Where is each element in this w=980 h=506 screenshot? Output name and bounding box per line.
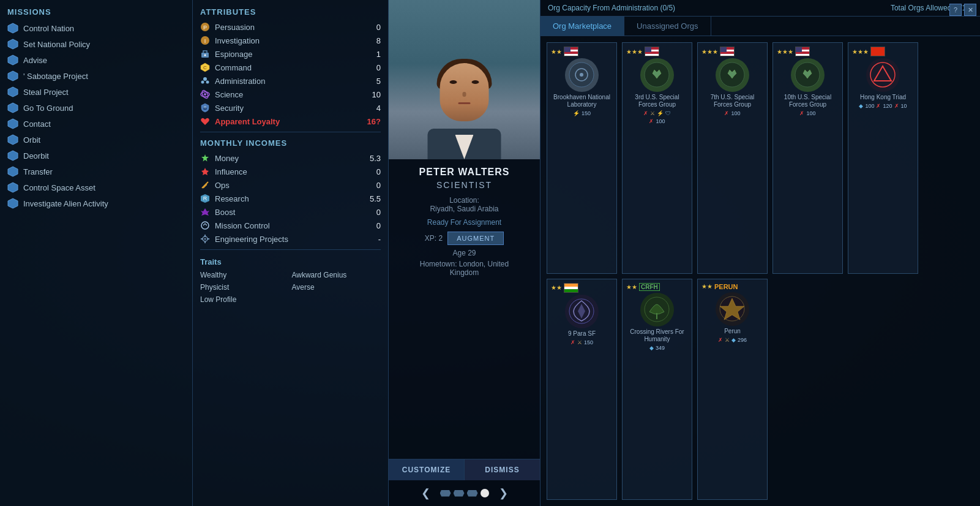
char-nav: ❮ ❯ xyxy=(389,480,540,506)
svg-point-22 xyxy=(201,81,204,84)
nav-dot-3 xyxy=(467,490,478,497)
svg-text:C: C xyxy=(203,65,207,70)
org-card-3rd-sf[interactable]: ★★★ 3rd U.S. Special Forces Group ✗⚔⚡🛡 ✗… xyxy=(622,42,692,274)
tab-unassigned-orgs[interactable]: Unassigned Orgs xyxy=(624,17,711,36)
mission-item[interactable]: Steal Project xyxy=(0,84,192,100)
loyalty-label: Apparent Loyalty xyxy=(215,117,357,126)
org-card-crfh[interactable]: ★★ CRFH Crossing Rivers For Humanity ◆34… xyxy=(622,279,692,500)
perun-label: PERUN xyxy=(714,283,738,290)
svg-marker-4 xyxy=(8,87,18,97)
mission-icon-deorbit xyxy=(7,150,18,161)
trait-low-profile: Low Profile xyxy=(200,295,290,304)
administration-icon xyxy=(200,76,210,86)
crfh-header: ★★ CRFH xyxy=(626,283,688,291)
ops-value: 0 xyxy=(362,181,381,190)
char-hometown: Hometown: London, United Kingdom xyxy=(396,260,533,277)
svg-point-26 xyxy=(204,93,206,96)
mission-item[interactable]: Investigate Alien Activity xyxy=(0,195,192,211)
mission-control-icon xyxy=(200,221,210,230)
para-stars: ★★ xyxy=(551,284,562,291)
close-button[interactable]: ✕ xyxy=(964,4,976,16)
org-card-hk-triad[interactable]: ★★★ Hong Kong Triad ◆100 ✗120 ✗10 xyxy=(848,42,918,274)
10sf-stars: ★★★ xyxy=(777,48,793,55)
org-card-10th-sf[interactable]: ★★★ 10th U.S. Special Forces Group ✗100 xyxy=(772,42,843,274)
char-status: Ready For Assignment xyxy=(396,218,533,227)
location-value: Riyadh, Saudi Arabia xyxy=(430,205,498,213)
mission-item[interactable]: Control Space Asset xyxy=(0,179,192,195)
trait-wealthy: Wealthy xyxy=(200,270,290,280)
income-ops: Ops 0 xyxy=(193,178,388,192)
mission-item[interactable]: Orbit xyxy=(0,132,192,148)
mission-item[interactable]: Deorbit xyxy=(0,148,192,164)
help-button[interactable]: ? xyxy=(949,4,962,16)
svg-marker-5 xyxy=(8,103,18,113)
mission-item[interactable]: Set National Policy xyxy=(0,36,192,52)
char-name: PETER WALTERS xyxy=(396,167,533,178)
crfh-emblem-icon xyxy=(643,296,671,323)
mission-item[interactable]: Advise xyxy=(0,52,192,68)
para-name: 9 Para SF xyxy=(568,330,596,338)
para-header: ★★ xyxy=(551,283,613,293)
augment-button[interactable]: AUGMENT xyxy=(447,232,504,245)
hkt-emblem-icon xyxy=(869,61,897,89)
mission-item[interactable]: Go To Ground xyxy=(0,100,192,116)
espionage-label: Espionage xyxy=(215,50,357,59)
money-icon xyxy=(200,153,210,163)
income-influence: Influence 0 xyxy=(193,165,388,178)
3sf-header: ★★★ xyxy=(626,47,688,56)
perun-emblem xyxy=(716,292,749,326)
nav-next-arrow[interactable]: ❯ xyxy=(494,485,513,501)
svg-marker-3 xyxy=(8,71,18,81)
svg-text:P: P xyxy=(203,25,207,31)
svg-rect-38 xyxy=(204,241,206,243)
7sf-name: 7th U.S. Special Forces Group xyxy=(701,94,763,108)
tab-org-marketplace[interactable]: Org Marketplace xyxy=(540,17,624,36)
org-card-brookhaven[interactable]: ★★ Brookhaven National Laboratory ⚡150 xyxy=(547,42,617,274)
ops-label: Ops xyxy=(215,181,357,190)
research-icon: R xyxy=(200,194,210,203)
mission-item[interactable]: Control Nation xyxy=(0,20,192,36)
mission-item[interactable]: Transfer xyxy=(0,164,192,179)
para-emblem-icon xyxy=(568,298,596,325)
mission-item[interactable]: ' Sabotage Project xyxy=(0,68,192,84)
administration-label: Administration xyxy=(215,77,357,86)
mission-item[interactable]: Contact xyxy=(0,116,192,132)
svg-rect-17 xyxy=(203,51,207,54)
command-label: Command xyxy=(215,63,357,72)
administration-value: 5 xyxy=(362,77,381,86)
mission-label-contact: Contact xyxy=(23,119,51,129)
perun-header: ★★ PERUN xyxy=(701,283,763,290)
svg-marker-10 xyxy=(8,183,18,192)
svg-marker-11 xyxy=(8,198,18,208)
corner-buttons: ? ✕ xyxy=(949,4,976,16)
10sf-emblem-icon xyxy=(794,61,821,89)
svg-text:I: I xyxy=(204,38,206,44)
svg-point-23 xyxy=(206,81,209,84)
customize-button[interactable]: CUSTOMIZE xyxy=(389,459,465,480)
perun-name: Perun xyxy=(724,328,741,335)
brookhaven-emblem-icon xyxy=(568,61,596,89)
svg-rect-40 xyxy=(207,238,209,240)
char-location: Location: Riyadh, Saudi Arabia xyxy=(396,196,533,213)
mission-icon-go-to-ground xyxy=(7,102,18,113)
mission-label-orbit: Orbit xyxy=(23,135,40,145)
attr-security: Security 4 xyxy=(193,101,388,115)
org-card-9-para[interactable]: ★★ 9 Para SF ✗⚔ 150 xyxy=(547,279,617,500)
character-panel: PETER WALTERS SCIENTIST Location: Riyadh… xyxy=(389,0,540,506)
mission-icon-investigate-alien xyxy=(7,198,18,209)
mission-icon-steal xyxy=(7,86,18,97)
org-card-7th-sf[interactable]: ★★★ 7th U.S. Special Forces Group ✗100 xyxy=(697,42,768,274)
org-card-perun[interactable]: ★★ PERUN Perun ✗⚔◆ 296 xyxy=(697,279,768,500)
svg-rect-37 xyxy=(204,235,206,237)
svg-marker-0 xyxy=(8,23,18,33)
monthly-incomes-header: Monthly Incomes xyxy=(193,136,388,151)
influence-label: Influence xyxy=(215,167,357,176)
nav-dot-1 xyxy=(440,490,451,497)
hkt-emblem xyxy=(866,58,900,92)
nav-prev-arrow[interactable]: ❮ xyxy=(416,485,435,501)
attr-persuasion: P Persuasion 0 xyxy=(193,20,388,34)
crfh-name: Crossing Rivers For Humanity xyxy=(626,328,688,343)
espionage-value: 1 xyxy=(362,50,381,59)
perun-stars: ★★ xyxy=(701,283,713,290)
dismiss-button[interactable]: DISMISS xyxy=(465,459,540,480)
